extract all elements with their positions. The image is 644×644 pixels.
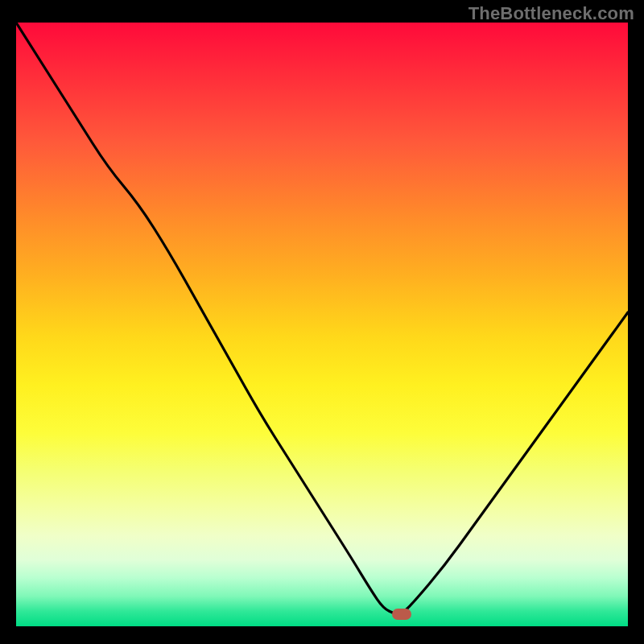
optimum-marker (392, 609, 411, 620)
bottleneck-curve (16, 23, 628, 626)
plot-area (16, 23, 628, 626)
chart-frame: TheBottleneck.com (0, 0, 644, 644)
watermark-text: TheBottleneck.com (469, 3, 634, 24)
